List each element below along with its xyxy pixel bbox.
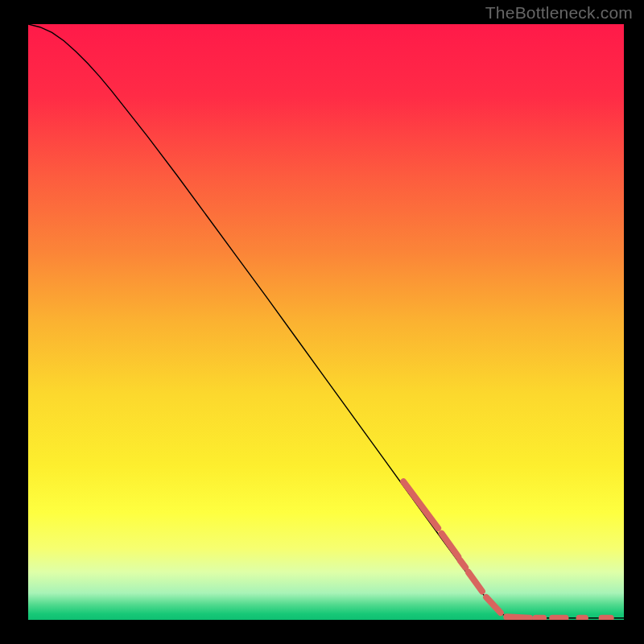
marker-segment bbox=[460, 560, 466, 568]
marker-segment bbox=[506, 617, 530, 617]
plot-area bbox=[28, 24, 624, 620]
watermark-text: TheBottleneck.com bbox=[485, 3, 633, 23]
gradient-background bbox=[28, 24, 624, 620]
chart-stage: TheBottleneck.com bbox=[0, 0, 644, 644]
chart-svg bbox=[28, 24, 624, 620]
